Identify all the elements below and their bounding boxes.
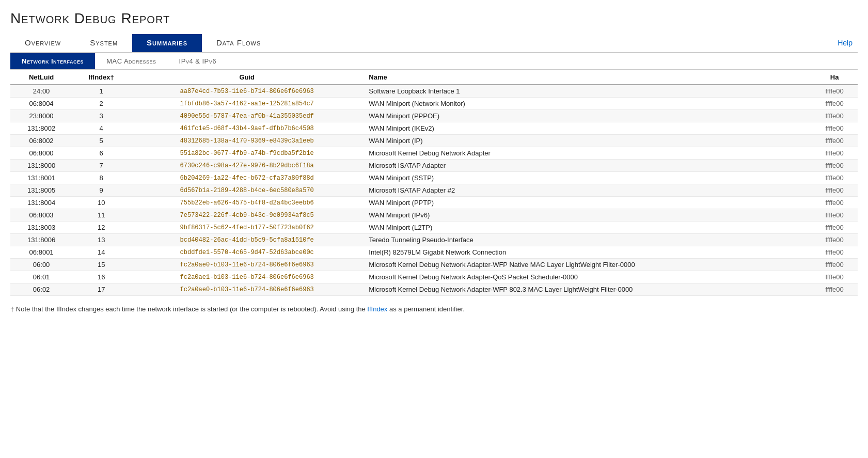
cell-netluid: 131:8006	[10, 234, 72, 246]
cell-ifindex: 3	[72, 110, 130, 122]
cell-netluid: 06:8002	[10, 135, 72, 147]
cell-ha: ffffe00	[811, 135, 858, 147]
cell-ifindex: 6	[72, 147, 130, 160]
cell-ifindex: 11	[72, 209, 130, 222]
table-row: 06:02 17 fc2a0ae0-b103-11e6-b724-806e6f6…	[10, 283, 858, 296]
cell-guid: 551a82bc-0677-4fb9-a74b-f9cdba5f2b1e	[130, 147, 364, 160]
col-name: Name	[364, 70, 811, 85]
col-ha: Ha	[811, 70, 858, 85]
cell-name: Microsoft Kernel Debug Network Adapter-W…	[364, 259, 811, 271]
table-row: 06:01 16 fc2a0ae1-b103-11e6-b724-806e6f6…	[10, 271, 858, 283]
cell-name: Microsoft ISATAP Adapter #2	[364, 184, 811, 197]
cell-guid: 9bf86317-5c62-4fed-b177-50f723ab0f62	[130, 222, 364, 234]
subnav-mac-addresses[interactable]: MAC Addresses	[95, 53, 167, 69]
table-row: 24:00 1 aa87e4cd-7b53-11e6-b714-806e6f6e…	[10, 85, 858, 98]
table-row: 131:8003 12 9bf86317-5c62-4fed-b177-50f7…	[10, 222, 858, 234]
cell-ha: ffffe00	[811, 110, 858, 122]
cell-ifindex: 5	[72, 135, 130, 147]
cell-ha: ffffe00	[811, 197, 858, 209]
nav-system[interactable]: System	[75, 34, 132, 52]
table-row: 131:8004 10 755b22eb-a626-4575-b4f8-d2a4…	[10, 197, 858, 209]
cell-name: WAN Miniport (PPTP)	[364, 197, 811, 209]
cell-netluid: 06:8004	[10, 98, 72, 110]
cell-ifindex: 13	[72, 234, 130, 246]
cell-netluid: 06:8001	[10, 246, 72, 259]
cell-guid: 7e573422-226f-4cb9-b43c-9e09934af8c5	[130, 209, 364, 222]
cell-ifindex: 12	[72, 222, 130, 234]
cell-netluid: 131:8003	[10, 222, 72, 234]
cell-netluid: 06:00	[10, 259, 72, 271]
cell-name: Microsoft Kernel Debug Network Adapter-W…	[364, 283, 811, 296]
cell-name: WAN Miniport (IPv6)	[364, 209, 811, 222]
cell-ha: ffffe00	[811, 184, 858, 197]
table-row: 131:8002 4 461fc1e5-d68f-43b4-9aef-dfbb7…	[10, 122, 858, 135]
table-row: 131:8005 9 6d567b1a-2189-4288-b4ce-6ec58…	[10, 184, 858, 197]
cell-ifindex: 1	[72, 85, 130, 98]
cell-name: WAN Miniport (IKEv2)	[364, 122, 811, 135]
cell-guid: 48312685-138a-4170-9369-e8439c3a1eeb	[130, 135, 364, 147]
cell-ifindex: 8	[72, 172, 130, 184]
cell-ha: ffffe00	[811, 209, 858, 222]
cell-guid: bcd40482-26ac-41dd-b5c9-5cfa8a1510fe	[130, 234, 364, 246]
cell-netluid: 23:8000	[10, 110, 72, 122]
cell-name: WAN Miniport (IP)	[364, 135, 811, 147]
cell-guid: 1fbfdb86-3a57-4162-aa1e-125281a854c7	[130, 98, 364, 110]
cell-ifindex: 16	[72, 271, 130, 283]
cell-ifindex: 9	[72, 184, 130, 197]
help-link[interactable]: Help	[838, 39, 853, 47]
footnote-text: † Note that the IfIndex changes each tim…	[10, 305, 465, 313]
cell-netluid: 131:8000	[10, 160, 72, 172]
page-title: Network Debug Report	[10, 10, 858, 27]
cell-ha: ffffe00	[811, 98, 858, 110]
cell-netluid: 24:00	[10, 85, 72, 98]
cell-ha: ffffe00	[811, 160, 858, 172]
table-row: 06:8002 5 48312685-138a-4170-9369-e8439c…	[10, 135, 858, 147]
cell-netluid: 06:8000	[10, 147, 72, 160]
cell-name: Teredo Tunneling Pseudo-Interface	[364, 234, 811, 246]
col-netluid: NetLuid	[10, 70, 72, 85]
cell-netluid: 131:8004	[10, 197, 72, 209]
cell-ifindex: 17	[72, 283, 130, 296]
cell-name: Microsoft Kernel Debug Network Adapter-Q…	[364, 271, 811, 283]
cell-ha: ffffe00	[811, 283, 858, 296]
footnote: † Note that the IfIndex changes each tim…	[10, 305, 858, 313]
cell-ha: ffffe00	[811, 222, 858, 234]
cell-name: Intel(R) 82579LM Gigabit Network Connect…	[364, 246, 811, 259]
cell-ha: ffffe00	[811, 147, 858, 160]
cell-name: WAN Miniport (L2TP)	[364, 222, 811, 234]
table-row: 131:8000 7 6730c246-c98a-427e-9976-8b29d…	[10, 160, 858, 172]
nav-overview[interactable]: Overview	[10, 34, 75, 52]
col-ifindex: IfIndex†	[72, 70, 130, 85]
cell-guid: 6d567b1a-2189-4288-b4ce-6ec580e8a570	[130, 184, 364, 197]
table-row: 06:00 15 fc2a0ae0-b103-11e6-b724-806e6f6…	[10, 259, 858, 271]
nav-summaries[interactable]: Summaries	[132, 34, 202, 52]
col-guid: Guid	[130, 70, 364, 85]
cell-guid: fc2a0ae0-b103-11e6-b724-806e6f6e6963	[130, 283, 364, 296]
ifindex-link[interactable]: IfIndex	[367, 305, 387, 313]
cell-ha: ffffe00	[811, 85, 858, 98]
cell-guid: fc2a0ae0-b103-11e6-b724-806e6f6e6963	[130, 259, 364, 271]
subnav-network-interfaces[interactable]: Network Interfaces	[10, 53, 95, 69]
table-row: 131:8006 13 bcd40482-26ac-41dd-b5c9-5cfa…	[10, 234, 858, 246]
cell-name: Software Loopback Interface 1	[364, 85, 811, 98]
table-row: 06:8004 2 1fbfdb86-3a57-4162-aa1e-125281…	[10, 98, 858, 110]
subnav-ipv4-ipv6[interactable]: IPv4 & IPv6	[168, 53, 228, 69]
cell-netluid: 06:8003	[10, 209, 72, 222]
cell-netluid: 131:8001	[10, 172, 72, 184]
cell-name: WAN Miniport (PPPOE)	[364, 110, 811, 122]
cell-guid: 4090e55d-5787-47ea-af0b-41a355035edf	[130, 110, 364, 122]
cell-ifindex: 2	[72, 98, 130, 110]
table-row: 06:8003 11 7e573422-226f-4cb9-b43c-9e099…	[10, 209, 858, 222]
cell-netluid: 131:8005	[10, 184, 72, 197]
cell-guid: aa87e4cd-7b53-11e6-b714-806e6f6e6963	[130, 85, 364, 98]
nav-dataflows[interactable]: Data Flows	[202, 34, 275, 52]
cell-name: WAN Miniport (SSTP)	[364, 172, 811, 184]
sub-nav: Network Interfaces MAC Addresses IPv4 & …	[10, 53, 858, 70]
cell-ha: ffffe00	[811, 246, 858, 259]
cell-name: Microsoft Kernel Debug Network Adapter	[364, 147, 811, 160]
cell-name: WAN Miniport (Network Monitor)	[364, 98, 811, 110]
cell-guid: fc2a0ae1-b103-11e6-b724-806e6f6e6963	[130, 271, 364, 283]
table-row: 23:8000 3 4090e55d-5787-47ea-af0b-41a355…	[10, 110, 858, 122]
cell-guid: 755b22eb-a626-4575-b4f8-d2a4bc3eebb6	[130, 197, 364, 209]
cell-ha: ffffe00	[811, 122, 858, 135]
